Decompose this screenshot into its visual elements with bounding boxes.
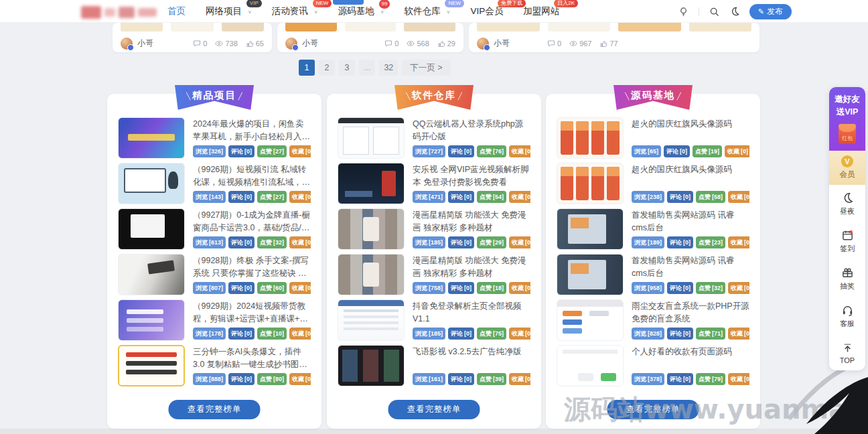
views-badge: 浏览[326] bbox=[193, 145, 226, 157]
list-item[interactable]: （9928期）终极 杀手文案-撰写系统 只要你掌握了这些秘诀 你可以在沙漠里..… bbox=[118, 254, 311, 295]
badge-value: [39] bbox=[493, 376, 504, 382]
nav-item[interactable]: 软件仓库 NEW ∨ bbox=[405, 5, 451, 17]
customer-service-button[interactable]: 客服 bbox=[829, 297, 865, 335]
page-button[interactable]: 1 bbox=[299, 60, 315, 76]
likes-badge: 点赞[76] bbox=[477, 145, 506, 157]
post-card[interactable]: 小哥 0 967 77 bbox=[469, 23, 760, 52]
nav-actions: ✎ 发布 bbox=[678, 0, 792, 23]
list-item[interactable]: 抖音免登录解析主页全部视频V1.1 浏览[185] 评论[0] 点赞[75] 收… bbox=[338, 299, 530, 341]
badge-label: 评论 bbox=[451, 147, 463, 156]
list-item[interactable]: （9926期）短视频引流 私域转化课，短视频精准引流私域，在私域高效转化... … bbox=[118, 163, 311, 204]
list-item[interactable]: 飞语影视 v3.2.5去广告纯净版 浏览[161] 评论[0] 点赞[39] 收… bbox=[338, 345, 530, 386]
post-card[interactable]: 小哥 0 738 65 bbox=[113, 23, 272, 52]
lottery-button[interactable]: 抽奖 bbox=[829, 260, 865, 297]
post-stats: 0 738 65 bbox=[193, 40, 264, 48]
list-item[interactable]: 首发辅助售卖网站源码 讯睿cms后台 浏览[189] 评论[0] 点赞[23] … bbox=[557, 208, 749, 250]
nav-item[interactable]: 活动资讯 NEW ∨ bbox=[272, 5, 318, 17]
vip-member-button[interactable]: V 会员 bbox=[829, 151, 865, 185]
list-item[interactable]: （9929期）2024短视频带货教程，剪辑课+运营课+直播课+拍摄课（全套高清.… bbox=[118, 299, 311, 341]
section-list: 2024年最火爆的项目，闲鱼卖苹果耳机，新手小白轻松月入2W+简单易上手 浏览[… bbox=[107, 94, 321, 386]
views-count: 738 bbox=[225, 40, 237, 48]
comments-badge: 评论[0] bbox=[448, 236, 474, 248]
likes-badge: 点赞[60] bbox=[257, 282, 287, 294]
item-stats: 浏览[178] 评论[0] 点赞[10] 收藏[0] bbox=[193, 328, 311, 340]
page-button[interactable]: ... bbox=[359, 60, 375, 76]
check-in-button[interactable]: 签到 bbox=[829, 222, 865, 260]
list-item[interactable]: 超火的国庆红旗风头像源码 浏览[238] 评论[0] 点赞[58] 收藏[0] bbox=[557, 163, 749, 204]
page-button[interactable]: 3 bbox=[339, 60, 355, 76]
section-premium-projects: 精品项目 2024年最火爆的项目，闲鱼卖苹果耳机，新手小白轻松月入2W+简单易上… bbox=[107, 94, 321, 429]
badge-label: 收藏 bbox=[731, 193, 743, 202]
list-item[interactable]: 个人好看的收款有页面源码 浏览[378] 评论[0] 点赞[79] 收藏[0] bbox=[557, 345, 749, 386]
views-badge: 浏览[727] bbox=[413, 145, 445, 157]
page-button[interactable]: 下一页 > bbox=[402, 60, 450, 76]
list-item[interactable]: 漫画星精简版 功能强大 免费漫画 独家精彩 多种题材 浏览[185] 评论[0]… bbox=[338, 208, 530, 250]
list-item[interactable]: QQ云端机器人登录系统php源码开心版 浏览[727] 评论[0] 点赞[76]… bbox=[338, 117, 530, 159]
badge-label: 点赞 bbox=[699, 238, 711, 247]
badge-label: 评论 bbox=[451, 375, 463, 384]
badge-label: 收藏 bbox=[731, 238, 743, 247]
badge-label: 评论 bbox=[670, 330, 682, 338]
item-body: 飞语影视 v3.2.5去广告纯净版 浏览[161] 评论[0] 点赞[39] 收… bbox=[413, 345, 530, 386]
page-button[interactable]: 32 bbox=[379, 60, 398, 76]
badge-value: [0] bbox=[744, 239, 749, 246]
view-full-list-button[interactable]: 查看完整榜单 bbox=[607, 400, 699, 419]
views-badge: 浏览[828] bbox=[632, 328, 664, 340]
badge-label: 评论 bbox=[231, 238, 243, 247]
thumbnail-sliver bbox=[121, 23, 163, 31]
nav-item[interactable]: 源码基地 99 ∨ bbox=[338, 5, 384, 17]
list-item[interactable]: 2024年最火爆的项目，闲鱼卖苹果耳机，新手小白轻松月入2W+简单易上手 浏览[… bbox=[118, 117, 311, 159]
moon-icon[interactable] bbox=[729, 6, 740, 17]
likes-count: 77 bbox=[609, 40, 618, 48]
list-item[interactable]: 三分钟一条AI头条爆文，插件3.0 复制粘贴一键生成抄书图片 单日变现四位数 浏… bbox=[118, 345, 311, 386]
lightbulb-icon[interactable] bbox=[678, 6, 689, 17]
list-item[interactable]: 超火的国庆红旗风头像源码 浏览[65] 评论[0] 点赞[19] 收藏[0] bbox=[557, 117, 749, 159]
post-card[interactable]: 小哥 0 568 29 bbox=[277, 23, 463, 52]
floating-sidebar: 邀好友 送VIP 红包 V 会员 昼夜 签到 抽奖 客服 TOP bbox=[829, 87, 865, 370]
badge-label: 点赞 bbox=[699, 284, 711, 293]
invite-vip-card[interactable]: 邀好友 送VIP 红包 bbox=[829, 87, 865, 151]
badge-label: 评论 bbox=[231, 193, 243, 202]
view-full-list-button[interactable]: 查看完整榜单 bbox=[388, 400, 480, 419]
chevron-down-icon: ∨ bbox=[314, 9, 318, 14]
list-item[interactable]: 安乐视 全网VIP蓝光视频解析脚本 免登录付费影视免费看 浏览[471] 评论[… bbox=[338, 163, 530, 204]
back-to-top-button[interactable]: TOP bbox=[829, 335, 865, 370]
list-item[interactable]: 漫画星精简版 功能强大 免费漫画 独家精彩 多种题材 浏览[758] 评论[0]… bbox=[338, 254, 530, 295]
list-item[interactable]: 雨尘交友盲盒系统一款PHP开源免费的盲盒系统 浏览[828] 评论[0] 点赞[… bbox=[557, 299, 749, 341]
view-full-list-button[interactable]: 查看完整榜单 bbox=[169, 400, 261, 419]
badge-label: 评论 bbox=[670, 238, 682, 247]
badge-value: [29] bbox=[493, 239, 504, 246]
badge-value: [471] bbox=[429, 194, 443, 200]
day-night-toggle[interactable]: 昼夜 bbox=[829, 185, 865, 222]
views-badge: 浏览[178] bbox=[193, 328, 226, 340]
badge-value: [143] bbox=[209, 194, 223, 200]
badge-label: 评论 bbox=[231, 284, 243, 293]
badge-value: [0] bbox=[525, 376, 530, 382]
publish-button[interactable]: ✎ 发布 bbox=[749, 4, 792, 19]
badge-value: [0] bbox=[244, 330, 252, 337]
badge-label: 点赞 bbox=[480, 375, 492, 384]
search-icon[interactable] bbox=[709, 6, 720, 17]
item-title: （9927期）0-1成为金牌直播-橱窗商品卡运营3.0，基础/货品/场景/话术/… bbox=[193, 209, 311, 234]
site-logo[interactable] bbox=[81, 4, 164, 20]
item-thumbnail-image bbox=[338, 208, 405, 250]
item-title: 首发辅助售卖网站源码 讯睿cms后台 bbox=[632, 255, 749, 280]
badge-value: [0] bbox=[305, 330, 311, 337]
favorites-badge: 收藏[0] bbox=[725, 145, 749, 157]
thumbnail-sliver bbox=[285, 23, 337, 31]
nav-item[interactable]: 加盟网站 日入2K bbox=[523, 5, 559, 17]
nav-item[interactable]: VIP会员 免费下载 bbox=[470, 5, 503, 17]
item-body: （9928期）终极 杀手文案-撰写系统 只要你掌握了这些秘诀 你可以在沙漠里..… bbox=[193, 254, 311, 295]
favorites-badge: 收藏[0] bbox=[509, 328, 530, 340]
item-thumbnail-image bbox=[118, 208, 185, 250]
badge-value: [0] bbox=[744, 376, 749, 382]
nav-item[interactable]: 网络项目 VIP ∨ bbox=[206, 5, 252, 17]
page-button[interactable]: 2 bbox=[319, 60, 335, 76]
badge-label: 评论 bbox=[231, 375, 243, 384]
list-item[interactable]: 首发辅助售卖网站源码 讯睿cms后台 浏览[958] 评论[0] 点赞[32] … bbox=[557, 254, 749, 295]
badge-value: [178] bbox=[209, 330, 223, 337]
badge-label: 浏览 bbox=[415, 375, 427, 384]
nav-item[interactable]: 首页 bbox=[167, 5, 186, 17]
list-item[interactable]: （9927期）0-1成为金牌直播-橱窗商品卡运营3.0，基础/货品/场景/话术/… bbox=[118, 208, 311, 250]
views-badge: 浏览[161] bbox=[413, 373, 445, 385]
